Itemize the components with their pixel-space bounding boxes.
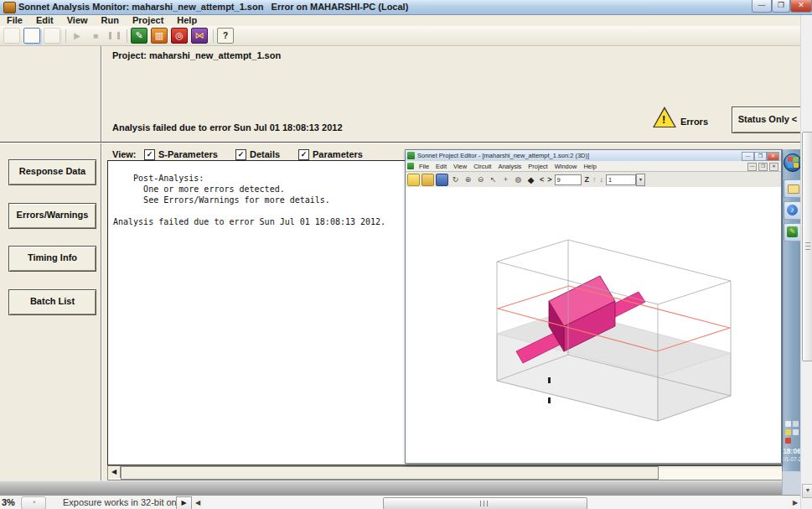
editor-menu-analysis[interactable]: Analysis <box>494 163 525 170</box>
menu-edit[interactable]: Edit <box>29 15 60 25</box>
pie-icon: ◔ <box>31 498 35 506</box>
zoom-out-icon[interactable]: ⊖ <box>475 174 486 185</box>
port-1-mark <box>548 377 551 383</box>
pie-menu-button[interactable]: ◔ <box>21 496 46 509</box>
save-file-icon[interactable] <box>436 174 448 186</box>
pan-icon[interactable]: + <box>500 174 511 185</box>
layer-up-button[interactable]: ↑ <box>592 175 597 184</box>
level-input[interactable]: 9 <box>555 174 582 185</box>
tray-network-icon[interactable] <box>793 421 799 427</box>
details-checkbox[interactable]: ✓ <box>235 149 246 160</box>
minimize-button[interactable]: — <box>752 0 772 13</box>
editor-menu-help[interactable]: Help <box>580 163 599 170</box>
zoom-in-icon[interactable]: ⊕ <box>463 174 473 185</box>
vscroll-down-arrow-icon[interactable]: ▼ <box>802 484 812 498</box>
project-editor-icon[interactable]: ✎ <box>131 28 147 44</box>
z-toggle[interactable]: Z <box>585 175 590 184</box>
monitor-menubar: File Edit View Run Project Help <box>0 14 802 26</box>
editor-menu-view[interactable]: View <box>450 163 470 170</box>
tray-shield-icon[interactable] <box>785 429 791 435</box>
sonnet-project-editor-window: Sonnet Project Editor - [maharshi_new_at… <box>405 149 782 464</box>
editor-titlebar[interactable]: Sonnet Project Editor - [maharshi_new_at… <box>406 150 781 162</box>
next-level-button[interactable]: > <box>547 175 551 184</box>
mdi-minimize-button[interactable]: — <box>747 163 757 171</box>
sphere-view-icon[interactable]: ◍ <box>513 174 524 185</box>
new-file-icon[interactable] <box>407 174 420 186</box>
rotate-icon[interactable]: ↻ <box>450 174 461 185</box>
toolbar-separator <box>127 29 127 43</box>
editor-minimize-button[interactable]: — <box>742 152 754 161</box>
log-horizontal-scrollbar[interactable]: ◀ ▶ <box>107 465 798 480</box>
editor-menu-file[interactable]: File <box>416 163 432 170</box>
taskbar-clock[interactable]: 18:06 <box>783 447 801 455</box>
start-button[interactable] <box>784 153 802 172</box>
move-3d-icon[interactable]: ◆ <box>525 174 536 185</box>
response-viewer-icon[interactable]: ▥ <box>151 28 168 44</box>
hscroll-right-arrow-icon[interactable]: ▶ <box>793 499 798 506</box>
editor-menubar: File Edit View Circuit Analysis Project … <box>406 161 781 172</box>
taskbar-item-sonnet[interactable]: ✎ <box>784 223 802 242</box>
timing-info-button[interactable]: Timing Info <box>8 246 96 272</box>
taskbar-item-music[interactable]: ♪ <box>784 201 802 220</box>
thumb-grip <box>480 501 481 506</box>
editor-maximize-button[interactable]: ❐ <box>754 152 767 161</box>
maximize-button[interactable]: ❐ <box>772 0 790 13</box>
log-scroll-left-arrow-icon[interactable]: ◀ <box>108 466 121 478</box>
layer-down-button[interactable]: ↓ <box>600 175 604 184</box>
errors-warnings-button[interactable]: Errors/Warnings <box>8 203 96 229</box>
run-analysis-icon[interactable]: ▶ <box>70 29 85 43</box>
background-app-status-bar: 3% ◔ Exposure works in 32-bit only ▶ ◀ ▶ <box>0 495 812 509</box>
parameters-checkbox[interactable]: ✓ <box>298 149 309 160</box>
log-scrollbar-thumb[interactable] <box>121 466 659 480</box>
show-desktop-button[interactable] <box>782 471 801 495</box>
tray-up-arrow-icon[interactable] <box>785 421 791 427</box>
response-data-button[interactable]: Response Data <box>8 159 96 185</box>
status-expand-button[interactable]: ▶ <box>176 496 192 509</box>
vertical-divider <box>101 45 102 483</box>
zoom-percent-value: 3% <box>2 497 15 507</box>
pause-analysis-icon[interactable] <box>106 29 122 43</box>
mdi-close-button[interactable]: ✕ <box>769 163 778 171</box>
sparameters-checkbox[interactable]: ✓ <box>144 149 155 160</box>
mdi-child-controls: — ❐ ✕ <box>747 163 778 171</box>
editor-menu-circuit[interactable]: Circuit <box>470 163 494 170</box>
pointer-icon[interactable]: ↖ <box>488 174 499 185</box>
menu-project[interactable]: Project <box>126 15 170 25</box>
menu-run[interactable]: Run <box>95 15 126 25</box>
vertical-scrollbar-thumb[interactable] <box>802 132 812 361</box>
tray-clock-alert-icon[interactable] <box>785 438 791 444</box>
editor-menu-window[interactable]: Window <box>551 163 581 170</box>
new-document-icon[interactable] <box>3 28 20 44</box>
stop-analysis-icon[interactable]: ■ <box>88 29 103 43</box>
current-density-viewer-icon[interactable]: ◎ <box>171 28 188 44</box>
mdi-restore-button[interactable]: ❐ <box>758 163 768 171</box>
close-button[interactable]: ✕ <box>790 0 812 13</box>
layer-select[interactable]: 1 ▾ <box>606 174 645 186</box>
editor-menu-edit[interactable]: Edit <box>432 163 450 170</box>
horizontal-scrollbar-thumb[interactable] <box>383 497 587 509</box>
menu-file[interactable]: File <box>0 15 29 25</box>
thumb-grip <box>805 246 810 247</box>
editor-3d-view[interactable] <box>406 187 781 463</box>
status-only-button[interactable]: Status Only < <box>732 106 804 133</box>
view-project-icon[interactable] <box>23 28 40 44</box>
menu-view[interactable]: View <box>60 15 95 25</box>
taskbar-date[interactable]: 01-07-2012 <box>783 456 801 462</box>
details-checkbox-label: Details <box>250 149 280 159</box>
editor-menu-project[interactable]: Project <box>525 163 551 170</box>
help-icon[interactable]: ? <box>217 28 234 44</box>
hscroll-left-arrow-icon[interactable]: ◀ <box>195 499 200 506</box>
horizontal-scrollbar-track[interactable] <box>204 496 790 509</box>
taskbar-item-notes[interactable] <box>784 179 802 198</box>
editor-close-button[interactable]: ✕ <box>767 152 779 161</box>
batch-list-button[interactable]: Batch List <box>8 289 96 315</box>
copy-project-icon[interactable] <box>44 28 60 44</box>
background-app-vscrollbar[interactable]: ▼ <box>800 0 812 509</box>
tray-battery-icon[interactable] <box>793 429 799 435</box>
menu-help[interactable]: Help <box>170 15 204 25</box>
pause-bars <box>109 32 120 39</box>
prev-level-button[interactable]: < <box>540 175 544 184</box>
far-field-viewer-icon[interactable]: ⋈ <box>191 28 208 44</box>
monitor-titlebar[interactable]: Sonnet Analysis Monitor: maharshi_new_at… <box>0 0 812 15</box>
open-file-icon[interactable] <box>422 174 434 186</box>
